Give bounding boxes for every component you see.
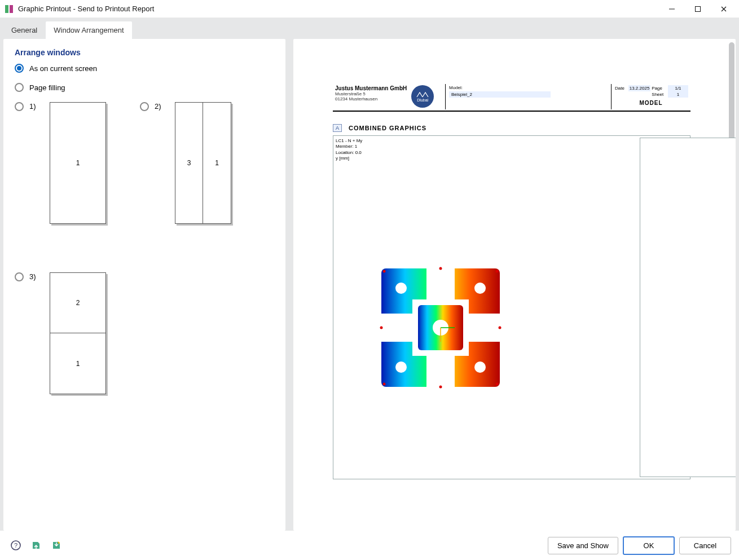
dlubal-logo-icon: Dlubal [411, 85, 434, 108]
preview-pane-2l: 3 [175, 103, 203, 223]
tab-window-arrangement[interactable]: Window Arrangement [46, 21, 131, 39]
date-value: 13.2.2025 [628, 85, 651, 91]
radio-as-on-current-screen-label[interactable]: As on current screen [29, 64, 97, 73]
radio-layout-1[interactable] [15, 102, 24, 111]
save-and-show-button[interactable]: Save and Show [548, 537, 618, 554]
company-addr2: 01234 Musterhausen [335, 96, 407, 102]
preview-layout-2[interactable]: 3 1 [175, 102, 231, 224]
graphic-info: LC1 - N + My Member: 1 Location: 0.0 y [… [336, 138, 362, 162]
svg-rect-4 [426, 266, 455, 299]
svg-point-13 [395, 361, 407, 373]
section-title: Arrange windows [15, 48, 274, 57]
preview-pane-1: 1 [50, 103, 105, 223]
app-icon [5, 5, 14, 14]
model-label: Model: [449, 85, 608, 90]
svg-point-11 [395, 283, 407, 294]
ok-button[interactable]: OK [623, 536, 675, 555]
company-name: Justus Mustermann GmbH [335, 85, 407, 91]
graphic-frame-2: Section Properties | Ordinates y [mm] 30… [640, 138, 736, 477]
info-line-3: Location: 0.0 [336, 150, 362, 156]
svg-rect-7 [469, 314, 503, 342]
logo-text: Dlubal [417, 98, 428, 102]
svg-rect-2 [696, 6, 701, 11]
document-page: Justus Mustermann GmbH Musterstraße 5 01… [327, 73, 696, 531]
radio-page-filling-label[interactable]: Page filling [29, 83, 65, 92]
cross-section-render [379, 266, 503, 390]
sheet-value: 1 [668, 91, 688, 98]
svg-point-19 [439, 267, 442, 270]
svg-rect-5 [426, 356, 455, 390]
section-marker: A [333, 124, 342, 132]
titlebar: Graphic Printout - Send to Printout Repo… [0, 0, 739, 18]
svg-rect-0 [5, 5, 8, 13]
help-button[interactable]: ? [8, 537, 24, 553]
radio-page-filling[interactable] [15, 83, 24, 92]
svg-rect-6 [379, 314, 412, 342]
tab-general[interactable]: General [3, 21, 45, 39]
window-title: Graphic Printout - Send to Printout Repo… [18, 5, 154, 13]
svg-text:?: ? [14, 542, 17, 549]
sheet-label: Sheet [650, 91, 668, 98]
svg-point-16 [496, 270, 499, 273]
svg-point-18 [496, 383, 499, 386]
tab-bar: General Window Arrangement [3, 21, 736, 39]
svg-point-15 [383, 270, 386, 273]
preview-panel: Justus Mustermann GmbH Musterstraße 5 01… [293, 39, 736, 531]
preview-layout-1[interactable]: 1 [50, 102, 106, 224]
radio-layout-2[interactable] [140, 102, 149, 111]
model-band: MODEL [614, 98, 688, 108]
model-value: Beispiel_2 [449, 91, 551, 98]
minimize-button[interactable] [659, 0, 685, 18]
svg-point-21 [380, 327, 383, 329]
svg-point-20 [439, 386, 442, 389]
maximize-button[interactable] [685, 0, 711, 18]
page-value: 1/1 [668, 85, 688, 91]
svg-point-12 [474, 283, 486, 294]
preview-pane-3t: 2 [50, 273, 105, 333]
svg-rect-1 [10, 5, 13, 13]
graphic-frame-1: LC1 - N + My Member: 1 Location: 0.0 y [… [333, 135, 690, 479]
options-panel: Arrange windows As on current screen Pag… [3, 39, 285, 531]
radio-layout-3[interactable] [15, 272, 24, 281]
info-line-4: y [mm] [336, 156, 362, 161]
radio-layout-2-label: 2) [155, 102, 169, 111]
radio-as-on-current-screen[interactable] [15, 64, 24, 73]
info-line-2: Member: 1 [336, 144, 362, 149]
export-settings-button[interactable] [49, 537, 64, 553]
cancel-button[interactable]: Cancel [679, 537, 731, 554]
svg-point-22 [499, 327, 502, 329]
date-label: Date [614, 85, 628, 91]
svg-point-17 [383, 383, 386, 386]
radio-layout-3-label: 3) [29, 272, 44, 281]
svg-point-14 [474, 361, 486, 373]
preview-pane-3b: 1 [50, 333, 105, 394]
info-line-1: LC1 - N + My [336, 138, 362, 144]
preview-layout-3[interactable]: 2 1 [50, 272, 106, 394]
preview-pane-2r: 1 [203, 103, 231, 223]
close-button[interactable] [711, 0, 737, 18]
page-label: Page [650, 85, 668, 91]
section-header: A COMBINED GRAPHICS [333, 124, 690, 132]
import-settings-button[interactable] [28, 537, 44, 553]
company-addr1: Musterstraße 5 [335, 91, 407, 96]
section-title-text: COMBINED GRAPHICS [349, 125, 426, 131]
radio-layout-1-label: 1) [29, 102, 44, 111]
bottom-bar: ? Save and Show OK Cancel [0, 531, 739, 560]
document-header: Justus Mustermann GmbH Musterstraße 5 01… [333, 84, 690, 112]
